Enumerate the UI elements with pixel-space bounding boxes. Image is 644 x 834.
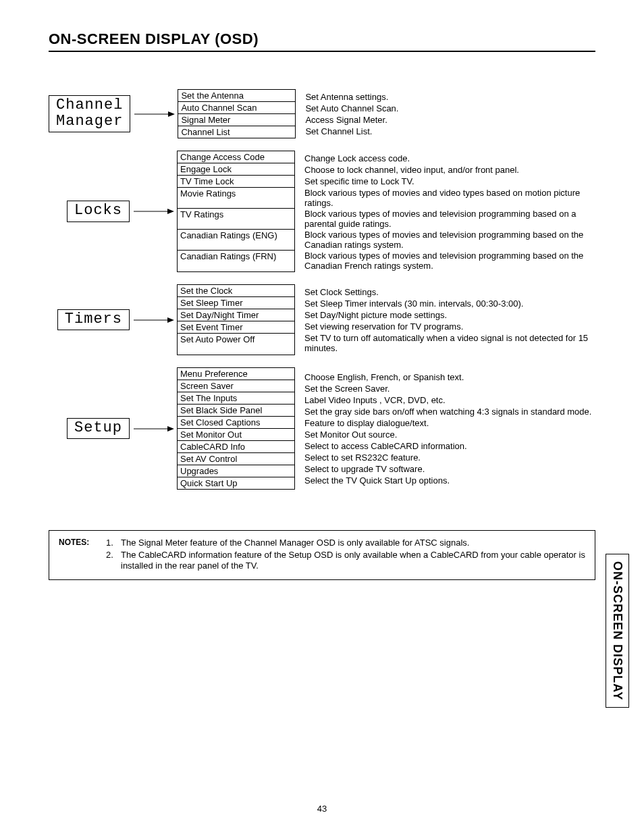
svg-marker-1: [168, 111, 175, 117]
item-description: Select to upgrade TV software.: [304, 463, 595, 475]
svg-marker-3: [167, 209, 174, 214]
items-box: Set the AntennaAuto Channel ScanSignal M…: [178, 89, 296, 138]
item-row: Set Closed Captions: [178, 417, 294, 429]
item-description: Choose English, French, or Spanish text.: [304, 371, 595, 383]
title-rule: [49, 51, 595, 52]
item-row: Movie Ratings: [178, 188, 294, 209]
item-row: Screen Saver: [178, 380, 294, 392]
item-row: Set Day/Night Timer: [178, 309, 294, 321]
item-row: Set Auto Power Off: [178, 334, 294, 355]
item-row: Signal Meter: [178, 114, 295, 126]
side-tab: ON-SCREEN DISPLAY: [606, 554, 629, 708]
item-row: Canadian Ratings (FRN): [178, 251, 294, 271]
items-box: Menu PreferenceScreen SaverSet The Input…: [177, 367, 295, 490]
category-col: ChannelManager: [49, 95, 130, 132]
item-description: Access Signal Meter.: [305, 114, 595, 126]
item-row: Set Sleep Timer: [178, 297, 294, 309]
item-row: Auto Channel Scan: [178, 102, 295, 114]
item-description: Set Antenna settings.: [305, 91, 595, 103]
note-text: The CableCARD information feature of the…: [121, 550, 585, 571]
category-col: Setup: [49, 418, 130, 439]
category-box: Timers: [57, 309, 130, 330]
item-description: Block various types of movies and televi…: [304, 229, 595, 250]
item-row: TV Time Lock: [178, 176, 294, 188]
category-box: Setup: [67, 418, 130, 439]
category-col: Locks: [49, 201, 130, 221]
item-row: TV Ratings: [178, 209, 294, 230]
page-number: 43: [0, 804, 644, 814]
notes-label: NOTES:: [59, 538, 106, 573]
item-row: Set the Clock: [178, 285, 294, 297]
item-row: Set Monitor Out: [178, 429, 294, 441]
item-description: Set Clock Settings.: [304, 286, 595, 298]
item-description: Set Monitor Out source.: [304, 429, 595, 440]
item-row: Upgrades: [178, 465, 294, 477]
arrow-icon: [130, 317, 177, 323]
page-title: ON-SCREEN DISPLAY (OSD): [49, 30, 595, 48]
arrow-icon: [130, 111, 178, 118]
arrow-icon: [130, 425, 177, 432]
items-box: Set the ClockSet Sleep TimerSet Day/Nigh…: [177, 284, 295, 355]
descriptions: Set Antenna settings.Set Auto Channel Sc…: [296, 91, 595, 137]
category-box: Locks: [67, 201, 130, 221]
item-row: Set the Antenna: [178, 90, 295, 102]
descriptions: Choose English, French, or Spanish text.…: [295, 371, 595, 486]
note-number: 2.: [106, 550, 121, 571]
item-description: Block various types of movies and video …: [304, 187, 595, 208]
item-description: Set viewing reservation for TV programs.: [304, 321, 595, 332]
sections-container: ChannelManagerSet the AntennaAuto Channe…: [49, 89, 595, 490]
note-item: 2.The CableCARD information feature of t…: [106, 550, 585, 571]
item-row: Change Access Code: [178, 151, 294, 163]
item-row: Canadian Ratings (ENG): [178, 230, 294, 251]
note-item: 1.The Signal Meter feature of the Channe…: [106, 538, 585, 548]
item-description: Set TV to turn off automatically when a …: [304, 332, 595, 353]
item-description: Select the TV Quick Start Up options.: [304, 475, 595, 486]
item-row: Channel List: [178, 126, 295, 138]
item-description: Block various types of movies and televi…: [304, 208, 595, 229]
svg-marker-5: [167, 317, 174, 323]
item-description: Choose to lock channel, video input, and…: [304, 164, 595, 176]
item-description: Select to access CableCARD information.: [304, 440, 595, 452]
notes-list: 1.The Signal Meter feature of the Channe…: [106, 538, 585, 573]
item-description: Select to set RS232C feature.: [304, 452, 595, 463]
item-row: Quick Start Up: [178, 477, 294, 489]
osd-section: ChannelManagerSet the AntennaAuto Channe…: [49, 89, 595, 138]
descriptions: Set Clock Settings.Set Sleep Timer inter…: [295, 286, 595, 353]
item-description: Set Day/Night picture mode settings.: [304, 309, 595, 321]
item-description: Block various types of movies and televi…: [304, 250, 595, 271]
category-box: ChannelManager: [49, 95, 130, 132]
osd-section: TimersSet the ClockSet Sleep TimerSet Da…: [49, 284, 595, 355]
items-box: Change Access CodeEngage LockTV Time Loc…: [177, 151, 295, 272]
descriptions: Change Lock access code.Choose to lock c…: [295, 153, 595, 271]
item-description: Set the Screen Saver.: [304, 383, 595, 394]
item-row: Menu Preference: [178, 368, 294, 380]
item-row: Set Black Side Panel: [178, 405, 294, 417]
item-row: Set The Inputs: [178, 392, 294, 405]
item-description: Set Channel List.: [305, 126, 595, 137]
item-row: CableCARD Info: [178, 441, 294, 453]
notes-box: NOTES: 1.The Signal Meter feature of the…: [49, 530, 595, 580]
osd-section: LocksChange Access CodeEngage LockTV Tim…: [49, 151, 595, 272]
arrow-icon: [130, 208, 177, 215]
item-row: Set AV Control: [178, 453, 294, 465]
item-row: Engage Lock: [178, 163, 294, 176]
item-description: Set Sleep Timer intervals (30 min. inter…: [304, 298, 595, 309]
item-description: Set specific time to Lock TV.: [304, 176, 595, 187]
category-col: Timers: [49, 309, 130, 330]
osd-section: SetupMenu PreferenceScreen SaverSet The …: [49, 367, 595, 490]
item-description: Feature to display dialogue/text.: [304, 417, 595, 429]
item-description: Set Auto Channel Scan.: [305, 103, 595, 114]
item-description: Label Video Inputs , VCR, DVD, etc.: [304, 394, 595, 406]
note-text: The Signal Meter feature of the Channel …: [121, 538, 585, 548]
svg-marker-7: [167, 426, 174, 432]
item-row: Set Event Timer: [178, 321, 294, 334]
item-description: Set the gray side bars on/off when watch…: [304, 406, 595, 417]
item-description: Change Lock access code.: [304, 153, 595, 164]
note-number: 1.: [106, 538, 121, 548]
